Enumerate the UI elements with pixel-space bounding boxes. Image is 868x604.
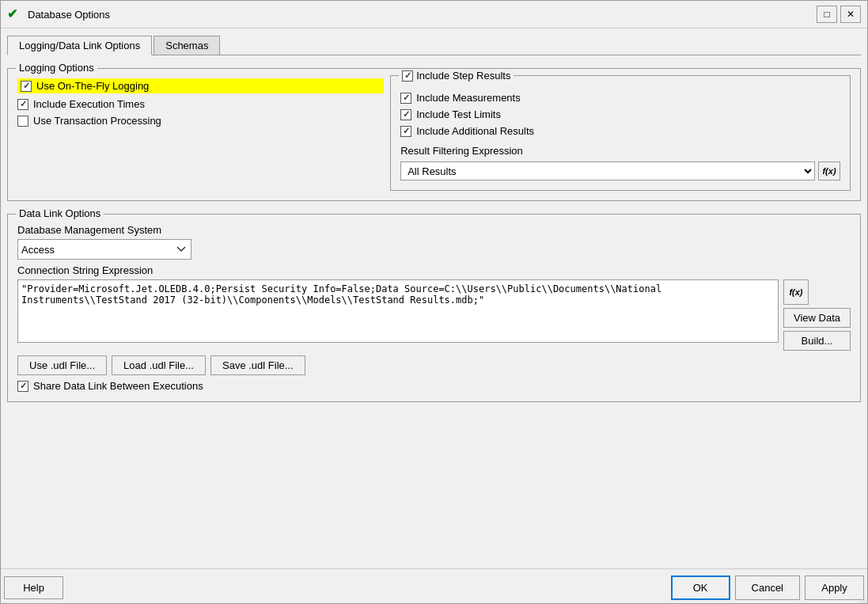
dbms-label: Database Management System [17,224,851,236]
cancel-button[interactable]: Cancel [735,576,800,600]
result-filter-fx-button[interactable]: f(x) [818,161,840,180]
apply-button[interactable]: Apply [805,576,864,600]
use-transaction-label: Use Transaction Processing [33,115,161,127]
conn-string-label: Connection String Expression [17,264,851,276]
use-transaction-checkbox[interactable] [17,116,28,127]
include-additional-checkbox[interactable] [400,126,411,137]
use-on-fly-row: Use On-The-Fly Logging [17,78,384,93]
svg-line-2 [865,602,866,603]
include-exec-times-label: Include Execution Times [33,98,145,110]
include-additional-label: Include Additional Results [416,125,534,137]
use-udl-button[interactable]: Use .udl File... [17,355,107,375]
window-title: Database Options [28,9,110,21]
restore-button[interactable]: □ [817,6,837,23]
tab-bar: Logging/Data Link Options Schemas [7,35,861,55]
include-measurements-row: Include Measurements [400,92,840,104]
build-button[interactable]: Build... [783,331,851,351]
footer: Help OK Cancel Apply [1,568,867,603]
footer-right: OK Cancel Apply [671,576,864,600]
step-results-checkbox[interactable] [402,70,413,82]
data-link-title: Data Link Options [16,207,104,219]
load-udl-button[interactable]: Load .udl File... [112,355,206,375]
dbms-select[interactable]: Access SQL Server Oracle [17,239,191,260]
tab-schemas[interactable]: Schemas [154,36,220,55]
resize-handle[interactable] [858,594,866,602]
close-button[interactable]: ✕ [840,6,861,23]
use-transaction-row: Use Transaction Processing [17,115,384,127]
share-row: Share Data Link Between Executions [17,380,851,392]
include-measurements-checkbox[interactable] [400,93,411,104]
use-on-fly-label: Use On-The-Fly Logging [36,80,149,92]
include-measurements-label: Include Measurements [416,92,521,104]
title-bar-controls: □ ✕ [817,6,861,23]
logging-left-column: Use On-The-Fly Logging Include Execution… [17,75,384,191]
logging-options-row: Use On-The-Fly Logging Include Execution… [17,75,851,191]
result-filter-label: Result Filtering Expression [400,145,840,157]
include-exec-times-checkbox[interactable] [17,99,28,110]
include-exec-times-row: Include Execution Times [17,98,384,110]
title-bar-left: ✔ Database Options [7,6,110,22]
app-icon: ✔ [7,6,23,22]
conn-string-fx-button[interactable]: f(x) [783,279,809,305]
share-checkbox[interactable] [17,381,28,392]
include-test-limits-row: Include Test Limits [400,108,840,120]
logging-options-group: Logging Options Use On-The-Fly Logging I… [7,68,861,201]
step-results-group: Include Step Results Include Measurement… [390,75,851,191]
result-filter-select[interactable]: All Results [400,161,815,180]
step-results-title: Include Step Results [399,69,514,82]
main-content: Logging Options Use On-The-Fly Logging I… [7,62,861,562]
help-button[interactable]: Help [4,576,63,599]
include-test-limits-label: Include Test Limits [416,108,501,120]
share-label: Share Data Link Between Executions [33,380,203,392]
tab-logging-data-link[interactable]: Logging/Data Link Options [7,36,152,55]
title-bar: ✔ Database Options □ ✕ [1,1,867,28]
include-additional-row: Include Additional Results [400,125,840,137]
use-on-fly-checkbox[interactable] [21,81,32,92]
result-filter-row: All Results f(x) [400,161,840,180]
conn-string-right: f(x) View Data Build... [783,279,851,351]
view-data-button[interactable]: View Data [783,308,851,328]
conn-string-textarea[interactable]: "Provider=Microsoft.Jet.OLEDB.4.0;Persis… [17,279,779,343]
data-link-group: Data Link Options Database Management Sy… [7,214,861,402]
ok-button[interactable]: OK [671,576,730,600]
conn-string-row: "Provider=Microsoft.Jet.OLEDB.4.0;Persis… [17,279,851,351]
logging-options-title: Logging Options [16,62,97,74]
window-content: Logging/Data Link Options Schemas Loggin… [1,28,867,568]
database-options-window: ✔ Database Options □ ✕ Logging/Data Link… [0,0,868,604]
save-udl-button[interactable]: Save .udl File... [210,355,305,375]
udl-buttons: Use .udl File... Load .udl File... Save … [17,355,851,375]
step-results-label: Include Step Results [416,70,510,82]
include-test-limits-checkbox[interactable] [400,109,411,120]
